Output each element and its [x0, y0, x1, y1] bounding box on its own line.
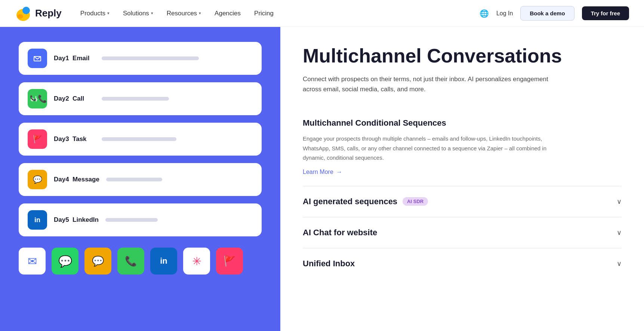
arrow-icon: → — [336, 169, 342, 175]
main-content: Day1 Email 📞 📞 Day2 Call 🚩 Day3 Task 💬 D… — [0, 27, 644, 331]
email-bottom-icon: ✉ — [19, 248, 46, 275]
unified-inbox-section: Unified Inbox ∨ — [303, 248, 622, 279]
sequence-card-call: 📞 📞 Day2 Call — [19, 82, 262, 115]
nav-resources[interactable]: Resources ▾ — [167, 10, 201, 17]
svg-text:📞: 📞 — [30, 95, 36, 101]
chevron-down-icon: ▾ — [107, 11, 110, 16]
nav-pricing[interactable]: Pricing — [254, 10, 274, 17]
svg-point-2 — [17, 14, 23, 19]
multichannel-section-title: Multichannel Conditional Sequences — [303, 118, 622, 128]
globe-icon[interactable]: 🌐 — [480, 9, 489, 18]
call-bottom-icon: 📞 — [117, 248, 144, 275]
login-button[interactable]: Log In — [496, 10, 513, 17]
page-subtitle: Connect with prospects on their terms, n… — [303, 74, 557, 94]
nav-agencies[interactable]: Agencies — [215, 10, 241, 17]
sequence-card-task: 🚩 Day3 Task — [19, 123, 262, 156]
header-actions: 🌐 Log In Book a demo Try for free — [480, 6, 629, 21]
day3-label: Day3 Task — [54, 135, 95, 143]
ai-sequences-header[interactable]: AI generated sequences AI SDR ∨ — [303, 197, 622, 206]
left-panel: Day1 Email 📞 📞 Day2 Call 🚩 Day3 Task 💬 D… — [0, 27, 280, 331]
chevron-down-icon: ▾ — [151, 11, 153, 16]
sequence-card-email: Day1 Email — [19, 42, 262, 75]
channel-icons-row: ✉ 💬 💬 📞 in ✳ 🚩 — [19, 248, 262, 275]
ai-sdr-badge: AI SDR — [403, 197, 428, 206]
multichannel-section: Multichannel Conditional Sequences Engag… — [303, 108, 622, 186]
unified-inbox-header[interactable]: Unified Inbox ∨ — [303, 259, 622, 269]
nav-products[interactable]: Products ▾ — [80, 10, 110, 17]
sequence-card-linkedin: in Day5 LinkedIn — [19, 203, 262, 236]
whatsapp-bottom-icon: 💬 — [52, 248, 78, 275]
ai-chat-header[interactable]: AI Chat for website ∨ — [303, 228, 622, 237]
day3-bar — [102, 137, 176, 141]
header: Reply Products ▾ Solutions ▾ Resources ▾… — [0, 0, 644, 27]
task-channel-icon: 🚩 — [28, 129, 47, 149]
call-channel-icon: 📞 📞 — [28, 89, 47, 108]
day5-bar — [105, 218, 158, 222]
day5-label: Day5 LinkedIn — [54, 216, 99, 224]
linkedin-channel-icon: in — [28, 210, 47, 230]
svg-point-1 — [22, 7, 30, 14]
logo-icon — [15, 5, 31, 22]
day1-label: Day1 Email — [54, 55, 95, 62]
logo[interactable]: Reply — [15, 5, 62, 22]
email-channel-icon — [28, 49, 47, 68]
main-nav: Products ▾ Solutions ▾ Resources ▾ Agenc… — [80, 10, 480, 17]
day4-bar — [106, 178, 162, 181]
learn-more-link[interactable]: Learn More → — [303, 169, 342, 175]
day2-bar — [102, 97, 169, 101]
chevron-down-icon: ∨ — [617, 197, 622, 206]
ai-sequences-title: AI generated sequences — [303, 197, 397, 206]
unified-inbox-title: Unified Inbox — [303, 259, 355, 269]
right-panel: Multichannel Conversations Connect with … — [280, 27, 644, 331]
multichannel-description: Engage your prospects through multiple c… — [303, 134, 564, 163]
flag-bottom-icon: 🚩 — [216, 248, 243, 275]
chevron-down-icon: ▾ — [199, 11, 201, 16]
day2-label: Day2 Call — [54, 95, 95, 102]
ai-chat-section: AI Chat for website ∨ — [303, 217, 622, 248]
chevron-down-icon: ∨ — [617, 229, 622, 237]
day4-label: Day4 Message — [54, 176, 99, 183]
sequence-card-message: 💬 Day4 Message — [19, 163, 262, 196]
multichannel-content: Engage your prospects through multiple c… — [303, 134, 622, 175]
logo-text: Reply — [35, 7, 62, 19]
ai-chat-title: AI Chat for website — [303, 228, 377, 237]
linkedin-bottom-icon: in — [150, 248, 177, 275]
book-demo-button[interactable]: Book a demo — [520, 6, 574, 21]
message-bottom-icon: 💬 — [84, 248, 111, 275]
day1-bar — [102, 56, 199, 60]
asterisk-bottom-icon: ✳ — [183, 248, 210, 275]
message-channel-icon: 💬 — [28, 170, 47, 189]
page-title: Multichannel Conversations — [303, 45, 622, 67]
chevron-down-icon: ∨ — [617, 260, 622, 268]
ai-sequences-section: AI generated sequences AI SDR ∨ — [303, 186, 622, 217]
nav-solutions[interactable]: Solutions ▾ — [123, 10, 153, 17]
try-free-button[interactable]: Try for free — [582, 6, 629, 20]
